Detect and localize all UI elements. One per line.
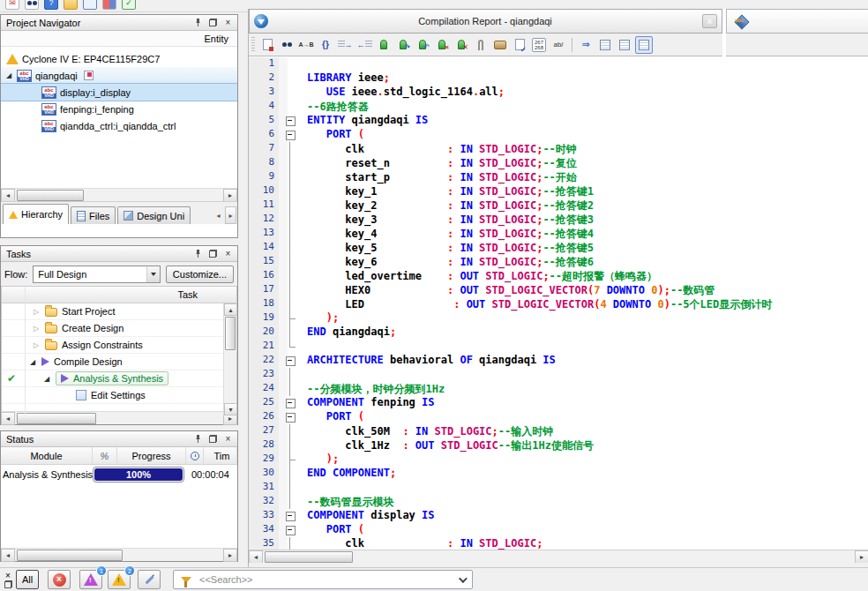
check-icon[interactable]: ✓	[122, 0, 136, 10]
code-line[interactable]: 28 clk_1Hz : OUT STD_LOGIC--输出1Hz使能信号	[249, 438, 868, 453]
filter-all-button[interactable]: All	[16, 570, 39, 589]
task-column-header[interactable]: Task	[2, 287, 236, 303]
open-in-editor-icon[interactable]	[258, 36, 276, 54]
code-line[interactable]: 2LIBRARY ieee;	[249, 71, 868, 86]
goto-icon[interactable]: ⇒	[577, 36, 595, 54]
code-line[interactable]: 21	[249, 340, 868, 354]
fold-collapse-icon[interactable]	[279, 354, 302, 368]
scroll-left-icon[interactable]: ◂	[1, 189, 15, 202]
macro-icon[interactable]	[491, 36, 509, 54]
scroll-down-icon[interactable]: ▾	[224, 403, 237, 415]
code-line[interactable]: 19 );	[249, 311, 868, 325]
float-window-icon[interactable]	[206, 17, 220, 29]
compilation-report-titlebar[interactable]: Compilation Report - qiangdaqi ×	[249, 9, 722, 34]
tab-files[interactable]: Files	[71, 206, 116, 224]
tree-item-instance[interactable]: abcVHD fenping:i_fenping	[1, 101, 237, 117]
expander-collapsed-icon[interactable]: ▷	[32, 308, 41, 316]
code-line[interactable]: 30END COMPONENT;	[249, 467, 868, 481]
status-hscrollbar[interactable]: ◂ ▸	[1, 548, 237, 561]
code-line[interactable]: 18 LED : OUT STD_LOGIC_VECTOR(4 DOWNTO 0…	[249, 297, 868, 311]
code-line[interactable]: 20END qiangdaqi;	[249, 325, 868, 340]
fold-collapse-icon[interactable]	[279, 523, 302, 537]
scroll-right-icon[interactable]: ▸	[223, 549, 237, 562]
flow-select[interactable]: Full Design	[33, 266, 161, 283]
chevron-down-icon[interactable]	[459, 574, 468, 583]
close-icon[interactable]: ×	[702, 14, 717, 28]
code-line[interactable]: 12 key_3 : IN STD_LOGIC;--抢答键3	[249, 213, 868, 227]
column-time[interactable]: Tim	[204, 447, 237, 464]
chevron-down-icon[interactable]	[146, 266, 160, 282]
code-line[interactable]: 22ARCHITECTURE behavioral OF qiangdaqi I…	[249, 354, 868, 368]
pin-icon[interactable]	[191, 17, 205, 29]
code-line[interactable]: 33COMPONENT display IS	[249, 509, 868, 523]
code-line[interactable]: 29 );	[249, 453, 868, 467]
fold-collapse-icon[interactable]	[279, 114, 302, 128]
task-row[interactable]: ▷ Create Design	[2, 320, 236, 337]
code-line[interactable]: 32--数码管显示模块	[249, 495, 868, 509]
code-line[interactable]: 15 key_6 : IN STD_LOGIC;--抢答键6	[249, 255, 868, 269]
previous-bookmark-icon[interactable]: ↶	[414, 36, 431, 54]
tab-hierarchy[interactable]: Hierarchy	[3, 204, 69, 224]
task-row-analysis-synthesis[interactable]: ✔ ◢ Analysis & Synthesis	[2, 370, 236, 387]
scroll-left-icon[interactable]: ◂	[1, 412, 15, 425]
code-line[interactable]: 16 led_overtime : OUT STD_LOGIC;--超时报警（蜂…	[249, 269, 868, 283]
customize-button[interactable]: Customize...	[166, 266, 234, 283]
column-progress[interactable]: Progress	[117, 447, 186, 464]
code-line[interactable]: 27 clk_50M : IN STD_LOGIC;--输入时钟	[249, 424, 868, 438]
code-line[interactable]: 1	[249, 57, 868, 71]
code-line[interactable]: 34 PORT (	[249, 523, 868, 537]
code-line[interactable]: 24--分频模块，时钟分频到1Hz	[249, 382, 868, 396]
code-line[interactable]: 14 key_5 : IN STD_LOGIC;--抢答键5	[249, 241, 868, 255]
view-report-icon[interactable]	[596, 36, 614, 54]
attachment-icon[interactable]	[472, 36, 490, 54]
tree-item-device[interactable]: Cyclone IV E: EP4CE115F29C7	[1, 50, 237, 67]
tab-design-units[interactable]: Design Uni	[117, 206, 191, 224]
expander-expanded-icon[interactable]: ◢	[4, 71, 13, 79]
next-bookmark-icon[interactable]: ↷	[394, 36, 412, 54]
clear-all-bookmarks-icon[interactable]: ✕	[453, 36, 470, 54]
scroll-left-icon[interactable]: ◂	[1, 549, 15, 562]
expander-collapsed-icon[interactable]: ▷	[32, 341, 41, 349]
scroll-left-icon[interactable]: ◂	[249, 550, 263, 564]
comment-icon[interactable]: ab/	[550, 36, 567, 54]
code-line[interactable]: 25COMPONENT fenping IS	[249, 396, 868, 410]
tree-item-instance[interactable]: abcVHD display:i_display	[1, 84, 237, 101]
code-line[interactable]: 5ENTITY qiangdaqi IS	[249, 114, 868, 128]
code-line[interactable]: 26 PORT (	[249, 410, 868, 424]
expander-collapsed-icon[interactable]: ▷	[32, 325, 41, 333]
scroll-right-icon[interactable]: ▸	[855, 550, 868, 564]
compare-icon[interactable]	[102, 0, 116, 10]
syntax-check-icon[interactable]	[511, 36, 528, 54]
code-line[interactable]: 35 clk : IN STD_LOGIC;	[249, 537, 868, 550]
scroll-thumb[interactable]	[265, 551, 353, 563]
code-line[interactable]: 13 key_4 : IN STD_LOGIC;--抢答键4	[249, 227, 868, 241]
scroll-up-icon[interactable]: ▴	[224, 303, 237, 316]
unindent-icon[interactable]: ←	[355, 36, 373, 54]
expander-expanded-icon[interactable]: ◢	[42, 375, 51, 383]
search-input[interactable]	[198, 573, 453, 586]
code-area[interactable]: 12LIBRARY ieee;3 USE ieee.std_logic_1164…	[249, 57, 868, 550]
float-window-icon[interactable]	[206, 433, 220, 445]
flag-messages-button[interactable]	[138, 570, 161, 589]
pin-icon[interactable]	[191, 248, 205, 260]
tree-item-instance[interactable]: abcVHD qiandda_ctrl:i_qiandda_ctrl	[1, 117, 237, 134]
indent-icon[interactable]: →	[336, 36, 354, 54]
filter-warnings-button[interactable]: ! 2	[108, 570, 131, 589]
view-full-icon[interactable]	[635, 36, 653, 54]
message-search-combo[interactable]	[173, 570, 473, 589]
fold-collapse-icon[interactable]	[279, 410, 302, 424]
close-icon[interactable]: ×	[221, 433, 235, 445]
replace-icon[interactable]: A→B	[297, 36, 315, 54]
fold-collapse-icon[interactable]	[279, 396, 302, 410]
tab-scroll-left-icon[interactable]: ◂	[213, 206, 224, 224]
code-line[interactable]: 23	[249, 368, 868, 382]
view-split-icon[interactable]	[616, 36, 633, 54]
vhdl-editor-titlebar[interactable]: abc	[726, 9, 868, 34]
tree-item-root-entity[interactable]: ◢ abcVHD qiangdaqi	[1, 67, 237, 84]
clear-bookmark-icon[interactable]: ×	[433, 36, 451, 54]
folder-icon[interactable]	[64, 0, 78, 10]
tasks-hscrollbar[interactable]: ◂ ▸	[1, 411, 237, 424]
code-line[interactable]: 7 clk : IN STD_LOGIC;--时钟	[249, 142, 868, 156]
scroll-thumb[interactable]	[17, 550, 123, 561]
close-icon[interactable]: ×	[5, 572, 11, 580]
